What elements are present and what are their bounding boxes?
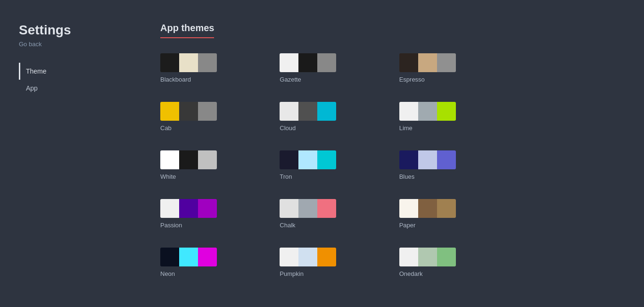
theme-swatch [399, 53, 456, 72]
theme-item[interactable]: Blues [399, 150, 490, 180]
theme-swatch [160, 199, 217, 218]
swatch-block [160, 150, 179, 169]
swatch-block [399, 150, 418, 169]
swatch-block [399, 199, 418, 218]
swatch-block [418, 199, 437, 218]
sidebar: Settings Go back Theme App [0, 0, 141, 307]
swatch-block [437, 150, 456, 169]
page-title: Settings [19, 23, 126, 38]
swatch-block [418, 102, 437, 121]
theme-item[interactable]: Cloud [280, 102, 371, 132]
main-container: Settings Go back Theme App App themes Bl… [0, 0, 644, 307]
swatch-block [298, 248, 317, 266]
theme-item[interactable]: Gazette [280, 53, 371, 83]
theme-item[interactable]: Pumpkin [280, 248, 371, 277]
theme-swatch [280, 199, 336, 218]
theme-name: White [160, 173, 251, 180]
theme-swatch [280, 150, 336, 169]
theme-item[interactable]: White [160, 150, 251, 180]
theme-item[interactable]: Espresso [399, 53, 490, 83]
swatch-block [179, 53, 198, 72]
swatch-block [298, 53, 317, 72]
swatch-block [298, 150, 317, 169]
theme-swatch [399, 102, 456, 121]
theme-item[interactable]: Tron [280, 150, 371, 180]
theme-name: Paper [399, 222, 490, 229]
sidebar-item-app[interactable]: App [19, 80, 126, 97]
section-title: App themes [160, 23, 214, 38]
themes-grid: BlackboardGazetteEspressoCabCloudLimeWhi… [160, 53, 490, 277]
swatch-block [160, 199, 179, 218]
swatch-block [298, 199, 317, 218]
theme-name: Cloud [280, 124, 371, 132]
theme-name: Blackboard [160, 76, 251, 83]
theme-name: Gazette [280, 76, 371, 83]
theme-name: Chalk [280, 222, 371, 229]
swatch-block [399, 102, 418, 121]
swatch-block [437, 199, 456, 218]
swatch-block [280, 199, 298, 218]
swatch-block [280, 248, 298, 266]
swatch-block [437, 53, 456, 72]
theme-name: Neon [160, 270, 251, 277]
theme-swatch [160, 150, 217, 169]
swatch-block [179, 199, 198, 218]
swatch-block [160, 102, 179, 121]
theme-item[interactable]: Passion [160, 199, 251, 229]
swatch-block [399, 248, 418, 266]
theme-name: Espresso [399, 76, 490, 83]
swatch-block [399, 53, 418, 72]
theme-swatch [280, 53, 336, 72]
swatch-block [317, 248, 336, 266]
theme-swatch [280, 248, 336, 266]
swatch-block [160, 248, 179, 266]
theme-item[interactable]: Paper [399, 199, 490, 229]
swatch-block [198, 150, 217, 169]
swatch-block [179, 248, 198, 266]
swatch-block [280, 102, 298, 121]
theme-name: Cab [160, 124, 251, 132]
theme-swatch [399, 199, 456, 218]
theme-name: Lime [399, 124, 490, 132]
swatch-block [198, 102, 217, 121]
theme-swatch [280, 102, 336, 121]
swatch-block [198, 53, 217, 72]
theme-item[interactable]: Lime [399, 102, 490, 132]
nav-list: Theme App [19, 63, 126, 97]
theme-item[interactable]: Blackboard [160, 53, 251, 83]
swatch-block [317, 150, 336, 169]
swatch-block [298, 102, 317, 121]
theme-item[interactable]: Chalk [280, 199, 371, 229]
theme-name: Onedark [399, 270, 490, 277]
swatch-block [198, 248, 217, 266]
swatch-block [280, 53, 298, 72]
theme-name: Tron [280, 173, 371, 180]
swatch-block [198, 199, 217, 218]
swatch-block [418, 248, 437, 266]
theme-item[interactable]: Neon [160, 248, 251, 277]
theme-item[interactable]: Onedark [399, 248, 490, 277]
theme-name: Blues [399, 173, 490, 180]
swatch-block [317, 102, 336, 121]
sidebar-item-theme[interactable]: Theme [19, 63, 126, 80]
swatch-block [418, 150, 437, 169]
theme-swatch [399, 248, 456, 266]
swatch-block [437, 102, 456, 121]
theme-swatch [399, 150, 456, 169]
swatch-block [280, 150, 298, 169]
theme-swatch [160, 53, 217, 72]
theme-name: Pumpkin [280, 270, 371, 277]
swatch-block [437, 248, 456, 266]
swatch-block [418, 53, 437, 72]
content-area: App themes BlackboardGazetteEspressoCabC… [141, 0, 644, 307]
theme-swatch [160, 102, 217, 121]
swatch-block [160, 53, 179, 72]
swatch-block [317, 199, 336, 218]
theme-swatch [160, 248, 217, 266]
swatch-block [317, 53, 336, 72]
swatch-block [179, 102, 198, 121]
swatch-block [179, 150, 198, 169]
go-back-link[interactable]: Go back [19, 41, 126, 48]
theme-name: Passion [160, 222, 251, 229]
theme-item[interactable]: Cab [160, 102, 251, 132]
